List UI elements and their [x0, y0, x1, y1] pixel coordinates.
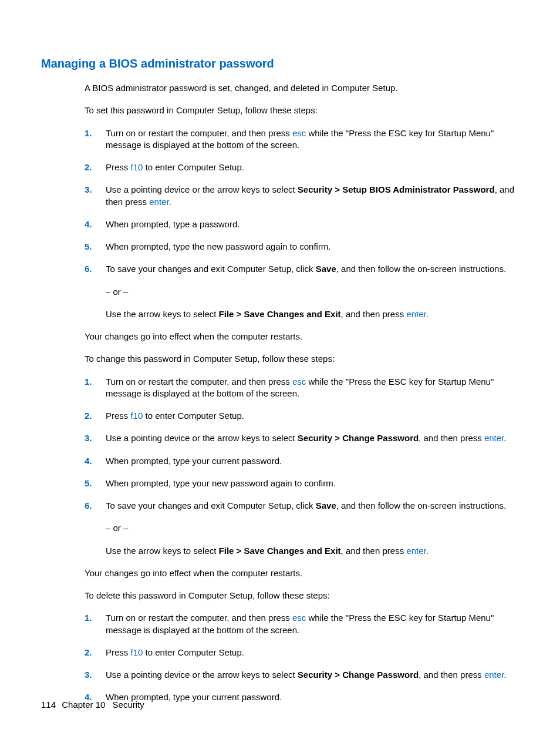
section-heading: Managing a BIOS administrator password [41, 56, 519, 72]
section-label: Security [113, 700, 144, 710]
step-number: 2. [85, 162, 106, 173]
step-number: 1. [85, 127, 106, 152]
key-enter: enter [406, 309, 426, 319]
body: A BIOS administrator password is set, ch… [85, 82, 519, 704]
list-item: 4. When prompted, type your current pass… [85, 691, 519, 703]
list-item: 3. Use a pointing device or the arrow ke… [85, 669, 519, 681]
after-change-note: Your changes go into effect when the com… [85, 567, 519, 579]
key-enter: enter [484, 670, 504, 680]
key-esc: esc [292, 128, 306, 138]
menu-path: File > Save Changes and Exit [219, 309, 341, 319]
step-text: Turn on or restart the computer, and the… [106, 612, 519, 636]
list-item: 2. Press f10 to enter Computer Setup. [85, 162, 519, 173]
step-number: 4. [85, 455, 106, 467]
key-f10: f10 [131, 162, 143, 172]
key-esc: esc [292, 377, 306, 387]
step-text: When prompted, type your current passwor… [106, 455, 519, 467]
step-text: When prompted, type your current passwor… [106, 691, 519, 703]
key-enter: enter [484, 433, 504, 443]
step-text: Use a pointing device or the arrow keys … [106, 669, 519, 681]
step-number: 6. [85, 500, 106, 557]
list-item: 1. Turn on or restart the computer, and … [85, 376, 519, 400]
key-enter: enter [149, 197, 168, 207]
list-item: 1. Turn on or restart the computer, and … [85, 612, 519, 636]
set-password-intro: To set this password in Computer Setup, … [85, 105, 519, 116]
step-number: 5. [85, 478, 106, 489]
list-item: 2. Press f10 to enter Computer Setup. [85, 410, 519, 422]
list-item: 1. Turn on or restart the computer, and … [85, 127, 519, 152]
step-text: Press f10 to enter Computer Setup. [106, 162, 519, 173]
step-text: Turn on or restart the computer, and the… [106, 376, 519, 400]
step-text: When prompted, type a password. [106, 219, 519, 230]
key-f10: f10 [131, 411, 143, 421]
delete-password-intro: To delete this password in Computer Setu… [85, 590, 519, 601]
list-item: 4. When prompted, type your current pass… [85, 455, 519, 467]
change-password-intro: To change this password in Computer Setu… [85, 353, 519, 365]
key-esc: esc [292, 613, 306, 623]
after-set-note: Your changes go into effect when the com… [85, 331, 519, 342]
page-number: 114 [41, 700, 56, 710]
step-number: 3. [85, 184, 106, 208]
intro-paragraph: A BIOS administrator password is set, ch… [85, 82, 519, 94]
save-label: Save [316, 264, 336, 274]
step-number: 3. [85, 669, 106, 681]
list-item: 5. When prompted, type the new password … [85, 241, 519, 253]
key-f10: f10 [131, 647, 143, 657]
step-text: Use a pointing device or the arrow keys … [106, 432, 519, 444]
delete-password-steps: 1. Turn on or restart the computer, and … [85, 612, 519, 703]
step-text: To save your changes and exit Computer S… [106, 500, 519, 557]
step-number: 6. [85, 263, 106, 320]
key-enter: enter [406, 546, 426, 556]
menu-path: Security > Change Password [298, 670, 419, 680]
list-item: 2. Press f10 to enter Computer Setup. [85, 647, 519, 658]
step-number: 4. [85, 219, 106, 230]
step-text: Turn on or restart the computer, and the… [106, 127, 519, 152]
chapter-label: Chapter 10 [62, 700, 105, 710]
list-item: 3. Use a pointing device or the arrow ke… [85, 184, 519, 208]
step-text: Use a pointing device or the arrow keys … [106, 184, 519, 208]
list-item: 6. To save your changes and exit Compute… [85, 263, 519, 320]
step-text: To save your changes and exit Computer S… [106, 263, 519, 320]
page: Managing a BIOS administrator password A… [0, 0, 560, 746]
or-separator: – or – [106, 522, 519, 534]
step-number: 2. [85, 647, 106, 658]
list-item: 6. To save your changes and exit Compute… [85, 500, 519, 557]
page-footer: 114 Chapter 10 Security [41, 699, 144, 711]
step-number: 1. [85, 376, 106, 400]
menu-path: Security > Setup BIOS Administrator Pass… [298, 184, 495, 194]
set-password-steps: 1. Turn on or restart the computer, and … [85, 127, 519, 321]
step-text: When prompted, type your new password ag… [106, 478, 519, 489]
step-text: Press f10 to enter Computer Setup. [106, 410, 519, 422]
step-number: 2. [85, 410, 106, 422]
step-text: Press f10 to enter Computer Setup. [106, 647, 519, 658]
step-number: 3. [85, 432, 106, 444]
menu-path: Security > Change Password [298, 433, 419, 443]
list-item: 5. When prompted, type your new password… [85, 478, 519, 489]
change-password-steps: 1. Turn on or restart the computer, and … [85, 376, 519, 557]
list-item: 3. Use a pointing device or the arrow ke… [85, 432, 519, 444]
menu-path: File > Save Changes and Exit [219, 546, 341, 556]
step-text: When prompted, type the new password aga… [106, 241, 519, 253]
list-item: 4. When prompted, type a password. [85, 219, 519, 230]
step-number: 1. [85, 612, 106, 636]
save-label: Save [316, 500, 336, 510]
step-number: 5. [85, 241, 106, 253]
or-separator: – or – [106, 286, 519, 298]
